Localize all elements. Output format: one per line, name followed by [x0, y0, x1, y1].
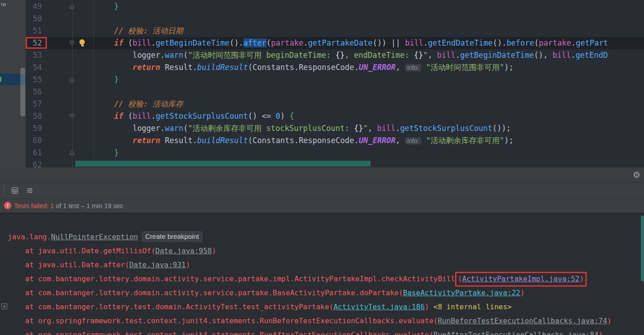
line-number[interactable]: 54: [26, 61, 42, 74]
code-line[interactable]: 51 // 校验: 活动日期: [26, 25, 644, 37]
stack-link[interactable]: Date.java:958: [156, 247, 212, 255]
line-number[interactable]: 61: [26, 147, 42, 159]
expand-frames-button[interactable]: +: [1, 303, 7, 309]
code-line[interactable]: 49 }: [26, 0, 644, 13]
code-text: return Result.buildResult(Constants.Resp…: [96, 135, 514, 147]
code-token: getBeginDateTime: [460, 51, 534, 60]
tests-failed-status: Tests failed: 1 of 1 test – 1 min 19 sec: [14, 202, 124, 209]
line-number[interactable]: 51: [26, 25, 42, 37]
create-breakpoint-button[interactable]: Create breakpoint: [142, 231, 202, 242]
code-text: logger.warn("活动时间范围非可用 beginDateTime: {}…: [96, 49, 608, 61]
test-status-bar: ! Tests failed: 1 of 1 test – 1 min 19 s…: [0, 199, 644, 213]
fold-marker-icon[interactable]: [69, 4, 75, 9]
code-token: partake: [539, 38, 571, 47]
code-token: .: [160, 124, 165, 133]
panel-header-strip: ⚙: [0, 168, 644, 182]
line-number[interactable]: 56: [26, 86, 42, 98]
line-number[interactable]: 59: [26, 122, 42, 135]
gutter-separator: [93, 0, 94, 168]
line-number[interactable]: 60: [26, 135, 42, 147]
stack-text: at com.bantanger.lottery.test.domain.Act…: [8, 302, 333, 311]
code-token: // 校验: 活动库存: [96, 99, 183, 108]
lightbulb-icon[interactable]: [79, 39, 86, 47]
code-line[interactable]: 61 }: [26, 147, 644, 159]
code-token: .: [571, 51, 575, 60]
code-token: {: [290, 112, 294, 121]
test-console[interactable]: java.lang.NullPointerExceptionCreate bre…: [0, 214, 644, 335]
stack-frame: at com.bantanger.lottery.domain.activity…: [0, 272, 644, 286]
line-number[interactable]: 58: [26, 110, 42, 122]
fold-marker-icon[interactable]: [69, 113, 75, 119]
stack-link[interactable]: ActivityPartakeImpl.java:52: [462, 275, 580, 283]
ide-window: re 49 }5051 // 校验: 活动日期52 if (bill.getBe…: [0, 0, 644, 335]
stack-frame: java.lang.NullPointerExceptionCreate bre…: [0, 230, 644, 244]
sidebar-scrollbar[interactable]: [20, 68, 25, 116]
code-token: buildResult: [197, 136, 248, 145]
line-number[interactable]: 57: [26, 98, 42, 110]
stack-link[interactable]: RunAfterTestExecutionCallbacks.java:84: [433, 330, 598, 335]
stack-text: (: [458, 275, 462, 283]
code-line[interactable]: 57 // 校验: 活动库存: [26, 98, 644, 110]
code-token: after: [244, 38, 267, 47]
code-token: "活动剩余库存非可用 stockSurplusCount:: [188, 124, 354, 133]
fold-marker-icon[interactable]: [69, 77, 75, 83]
statistics-grid-icon[interactable]: [11, 187, 18, 194]
line-number[interactable]: 49: [26, 0, 42, 13]
code-line[interactable]: 58 if (bill.getStockSurplusCount() <= 0)…: [26, 110, 644, 122]
code-token: ,: [368, 124, 377, 133]
code-token: bill: [437, 51, 455, 60]
line-number[interactable]: 55: [26, 74, 42, 86]
code-text: if (bill.getStockSurplusCount() <= 0) {: [96, 110, 294, 122]
stack-link[interactable]: ActivityTest.java:186: [333, 302, 424, 311]
code-token: ().: [492, 38, 506, 47]
code-line[interactable]: 56: [26, 86, 644, 98]
code-token: warn: [165, 51, 184, 60]
stack-text: ): [520, 288, 525, 297]
code-token: (Constants.ResponseCode.: [248, 63, 359, 72]
code-token: () <=: [248, 112, 276, 121]
code-token: .: [423, 38, 428, 47]
editor-horizontal-scrollbar[interactable]: [75, 161, 371, 167]
code-token: getEndDateTime: [428, 38, 492, 47]
code-token: logger: [133, 124, 160, 133]
fold-marker-icon[interactable]: [69, 150, 75, 156]
code-token: (Constants.ResponseCode.: [248, 136, 359, 145]
annotation-box-stack-link: (ActivityPartakeImpl.java:52): [455, 272, 586, 287]
code-line[interactable]: 60 return Result.buildResult(Constants.R…: [26, 135, 644, 147]
code-token: .: [396, 124, 400, 133]
code-token: (: [184, 124, 188, 133]
line-number[interactable]: 50: [26, 13, 42, 25]
code-token: , endDateTime:: [345, 51, 414, 60]
stack-text: ): [580, 275, 584, 283]
stack-text: ): [607, 316, 612, 325]
line-number[interactable]: 53: [26, 49, 42, 61]
code-line[interactable]: 59 logger.warn("活动剩余库存非可用 stockSurplusCo…: [26, 122, 644, 135]
stack-link[interactable]: RunBeforeTestExecutionCallbacks.java:74: [438, 316, 607, 325]
fold-marker-icon[interactable]: [69, 40, 75, 46]
stack-link[interactable]: NullPointerException: [51, 233, 138, 241]
code-token: Result.: [160, 63, 197, 72]
code-token: ()) ||: [373, 38, 405, 47]
code-token: before: [506, 38, 534, 47]
code-token: UN_ERROR: [359, 63, 396, 72]
stack-link[interactable]: BaseActivityPartake.java:22: [403, 288, 520, 297]
stack-frame: at org.springframework.test.context.juni…: [0, 314, 644, 328]
code-line[interactable]: 55 }: [26, 74, 644, 86]
code-token: }: [114, 148, 119, 157]
filter-sliders-icon[interactable]: [26, 187, 33, 194]
code-line[interactable]: 54 return Result.buildResult(Constants.R…: [26, 61, 644, 74]
line-number[interactable]: 62: [26, 159, 42, 168]
code-editor[interactable]: 49 }5051 // 校验: 活动日期52 if (bill.getBegin…: [26, 0, 644, 168]
code-line[interactable]: 50: [26, 13, 644, 25]
gear-icon[interactable]: ⚙: [633, 170, 640, 180]
stack-link[interactable]: Date.java:931: [129, 261, 186, 269]
stack-text: <8 internal lines>: [433, 302, 511, 311]
code-token: getBeginDateTime: [156, 38, 230, 47]
code-token: ": [423, 51, 428, 60]
console-scrollbar[interactable]: [641, 216, 644, 281]
stack-frame: at java.util.Date.after(Date.java:931): [0, 258, 644, 272]
code-line[interactable]: 53 logger.warn("活动时间范围非可用 beginDateTime:…: [26, 49, 644, 61]
stack-text: ): [425, 302, 433, 311]
code-line[interactable]: 52 if (bill.getBeginDateTime().after(par…: [26, 37, 644, 49]
code-text: if (bill.getBeginDateTime().after(partak…: [96, 37, 608, 49]
